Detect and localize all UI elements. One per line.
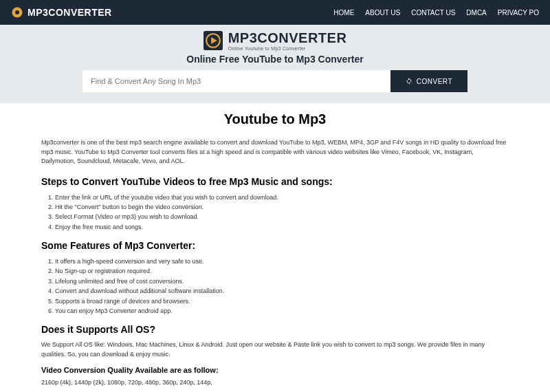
main-content: Youtube to Mp3 Mp3converter is one of th…	[28, 103, 522, 392]
steps-heading: Steps to Convert YouTube Videos to free …	[41, 176, 509, 187]
list-item: No Sign-up or registration required.	[55, 266, 509, 276]
steps-list: Enter the link or URL of the youtube vid…	[41, 193, 509, 232]
features-list: It offers a high-speed conversion and ve…	[41, 257, 509, 316]
video-quality-text: 2160p (4k), 1440p (2k), 1080p, 720p, 480…	[41, 378, 509, 388]
nav-link-home[interactable]: HOME	[333, 9, 354, 17]
hero-logo: MP3CONVERTER Online Youtube to Mp3 Conve…	[204, 30, 347, 51]
list-item: Enjoy the free music and songs.	[55, 222, 509, 232]
list-item: Hit the "Convert" button to begin the vi…	[55, 202, 509, 212]
svg-point-1	[15, 10, 19, 14]
list-item: You can enjoy Mp3 Converter android app.	[55, 306, 509, 316]
intro-text: Mp3converter is one of the best mp3 sear…	[41, 138, 509, 166]
search-row: CONVERT	[82, 70, 468, 92]
os-text: We Support All OS like: Windows, Mac Mac…	[41, 340, 509, 359]
features-heading: Some Features of Mp3 Converter:	[41, 240, 509, 251]
list-item: Convert and download without additional …	[55, 286, 509, 296]
list-item: It offers a high-speed conversion and ve…	[55, 257, 509, 266]
nav-link-about[interactable]: ABOUT US	[365, 9, 400, 17]
list-item: Enter the link or URL of the youtube vid…	[55, 193, 509, 202]
nav-brand[interactable]: MP3CONVERTER	[11, 6, 112, 19]
os-heading: Does it Supports All OS?	[41, 324, 509, 335]
hero-title: Online Free YouTube to Mp3 Converter	[0, 54, 550, 65]
list-item: Lifelong unlimited and free of cost conv…	[55, 276, 509, 286]
list-item: Select Format (Video or mp3) you wish to…	[55, 212, 509, 221]
convert-button[interactable]: CONVERT	[390, 70, 468, 92]
top-navigation: MP3CONVERTER HOME ABOUT US CONTACT US DM…	[0, 0, 550, 25]
convert-icon	[406, 78, 412, 85]
nav-link-privacy[interactable]: PRIVACY PO	[498, 9, 539, 17]
nav-links: HOME ABOUT US CONTACT US DMCA PRIVACY PO	[333, 9, 539, 17]
gear-icon	[11, 6, 23, 19]
search-input[interactable]	[82, 70, 390, 92]
hero-logo-main: MP3CONVERTER	[228, 30, 347, 46]
nav-brand-text: MP3CONVERTER	[28, 7, 112, 18]
list-item: Supports a broad range of devices and br…	[55, 296, 509, 306]
hero-section: MP3CONVERTER Online Youtube to Mp3 Conve…	[0, 25, 550, 103]
convert-button-label: CONVERT	[417, 78, 452, 85]
gear-icon	[204, 31, 223, 50]
main-heading: Youtube to Mp3	[41, 111, 509, 127]
nav-link-contact[interactable]: CONTACT US	[411, 9, 455, 17]
nav-link-dmca[interactable]: DMCA	[466, 9, 486, 17]
video-quality-heading: Video Conversion Quality Available are a…	[41, 366, 509, 374]
hero-logo-sub: Online Youtube to Mp3 Converter	[228, 46, 347, 51]
